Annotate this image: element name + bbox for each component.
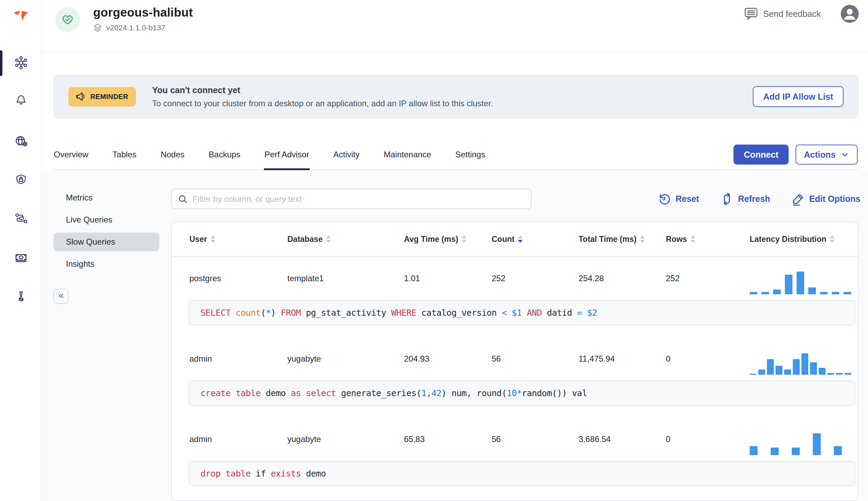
refresh-button[interactable]: Refresh <box>720 193 770 206</box>
histogram-bar <box>820 292 828 294</box>
cell-latency-distribution <box>750 426 858 452</box>
table-row[interactable]: admin yugabyte 65.83 56 3,686.54 0 <box>172 418 858 461</box>
subnav-item-live-queries[interactable]: Live Queries <box>53 210 159 229</box>
sort-icons <box>830 235 835 243</box>
rail-item-integrations[interactable] <box>12 210 30 227</box>
sql-token: 42 <box>431 388 441 398</box>
query-text-box[interactable]: create table demo as select generate_ser… <box>189 381 855 406</box>
table-row[interactable]: admin yugabyte 204.93 56 11,475.94 0 <box>172 337 858 381</box>
cell-count: 56 <box>492 434 579 444</box>
edit-pencil-icon <box>791 193 805 206</box>
sql-token <box>507 308 512 318</box>
connect-button[interactable]: Connect <box>733 145 789 165</box>
column-header-count[interactable]: Count <box>492 235 579 244</box>
column-label: Rows <box>666 235 687 244</box>
column-header-rows[interactable]: Rows <box>666 235 750 244</box>
user-avatar[interactable] <box>841 5 859 23</box>
subnav-item-metrics[interactable]: Metrics <box>53 188 159 207</box>
rail-item-billing[interactable] <box>12 249 30 266</box>
reset-button[interactable]: Reset <box>658 193 699 206</box>
sql-token <box>522 308 527 318</box>
sql-token: < <box>502 308 507 318</box>
histogram-bar <box>750 292 757 294</box>
sql-token: , <box>426 388 432 398</box>
tab-tables[interactable]: Tables <box>112 150 137 170</box>
query-text-box[interactable]: SELECT count(*) FROM pg_stat_activity WH… <box>189 300 855 325</box>
tab-overview[interactable]: Overview <box>53 150 89 170</box>
send-feedback-button[interactable]: Send feedback <box>744 7 821 20</box>
sql-token: * <box>266 308 271 318</box>
tab-settings[interactable]: Settings <box>455 150 486 170</box>
layers-icon <box>93 23 102 32</box>
rail-active-indicator <box>0 50 2 76</box>
tab-activity[interactable]: Activity <box>333 150 360 170</box>
histogram-bar <box>813 433 821 455</box>
column-header-total-time[interactable]: Total Time (ms) <box>579 235 666 244</box>
collapse-subnav-button[interactable]: « <box>53 289 69 304</box>
subnav-item-insights[interactable]: Insights <box>53 255 159 273</box>
edit-options-button[interactable]: Edit Options <box>791 193 860 206</box>
query-text-box[interactable]: drop table if exists demo <box>189 461 855 486</box>
reminder-banner: REMINDER You can't connect yet To connec… <box>53 75 859 119</box>
column-header-avg-time[interactable]: Avg Time (ms) <box>404 235 492 244</box>
histogram-bar <box>819 368 826 375</box>
sql-token <box>220 469 226 479</box>
column-label: Total Time (ms) <box>579 235 637 244</box>
sql-token: table <box>226 469 251 479</box>
chevron-down-icon <box>840 150 849 159</box>
banner-message: To connect to your cluster from a deskto… <box>152 99 493 108</box>
latency-histogram <box>750 269 854 294</box>
histogram-bar <box>761 292 769 294</box>
rail-item-alerts[interactable] <box>12 91 30 108</box>
sql-token: exists <box>271 469 301 479</box>
sql-token: count <box>236 308 261 318</box>
sql-token: ( <box>261 308 266 318</box>
histogram-bar <box>834 446 842 455</box>
histogram-bar <box>750 374 757 375</box>
rail-item-labs[interactable] <box>12 288 30 305</box>
histogram-bar <box>771 448 779 455</box>
perf-advisor-workspace: Metrics Live Queries Slow Queries Insigh… <box>42 170 868 501</box>
cell-user: admin <box>189 354 287 364</box>
yugabyte-logo[interactable] <box>12 8 30 26</box>
histogram-bar <box>750 446 758 455</box>
yugabyte-logo-icon <box>12 8 30 26</box>
tab-backups[interactable]: Backups <box>208 150 241 170</box>
sql-token: if <box>251 469 271 479</box>
edit-options-label: Edit Options <box>809 194 860 204</box>
sort-icons <box>462 235 466 243</box>
tab-maintenance[interactable]: Maintenance <box>383 150 432 170</box>
reminder-badge: REMINDER <box>68 87 136 107</box>
subnav-item-slow-queries[interactable]: Slow Queries <box>53 233 159 251</box>
table-header-row: User Database Avg Time (ms) Count <box>172 222 858 257</box>
slow-queries-table: User Database Avg Time (ms) Count <box>171 222 859 501</box>
tab-perf-advisor[interactable]: Perf Advisor <box>264 150 310 170</box>
perf-advisor-subnav: Metrics Live Queries Slow Queries Insigh… <box>42 170 171 501</box>
column-header-database[interactable]: Database <box>287 235 404 244</box>
sort-icons <box>210 235 215 243</box>
histogram-bar <box>792 448 800 455</box>
filter-search-box <box>171 189 532 209</box>
sort-icons-active-desc <box>518 235 523 243</box>
column-header-latency-distribution[interactable]: Latency Distribution <box>750 235 858 244</box>
query-sql: drop table if exists demo <box>200 469 326 479</box>
tab-nodes[interactable]: Nodes <box>160 150 185 170</box>
tab-action-buttons: Connect Actions <box>733 145 858 165</box>
flask-icon <box>13 289 29 304</box>
rail-item-network-access[interactable] <box>12 132 30 150</box>
histogram-bar <box>801 353 808 375</box>
add-ip-allow-list-button[interactable]: Add IP Allow List <box>753 86 844 107</box>
histogram-bar <box>836 373 843 375</box>
sql-token: random()) val <box>522 388 587 398</box>
rail-item-security[interactable] <box>12 171 30 188</box>
filter-input[interactable] <box>193 194 531 204</box>
reminder-badge-label: REMINDER <box>90 93 128 101</box>
column-header-user[interactable]: User <box>189 235 287 244</box>
table-row[interactable]: postgres template1 1.01 252 254.28 252 <box>172 257 858 300</box>
actions-dropdown-button[interactable]: Actions <box>796 145 858 165</box>
sql-token: demo <box>261 388 291 398</box>
histogram-bar <box>810 362 817 375</box>
sql-token: create <box>200 388 230 398</box>
rail-item-clusters[interactable] <box>12 54 30 71</box>
cell-rows: 252 <box>666 274 750 283</box>
